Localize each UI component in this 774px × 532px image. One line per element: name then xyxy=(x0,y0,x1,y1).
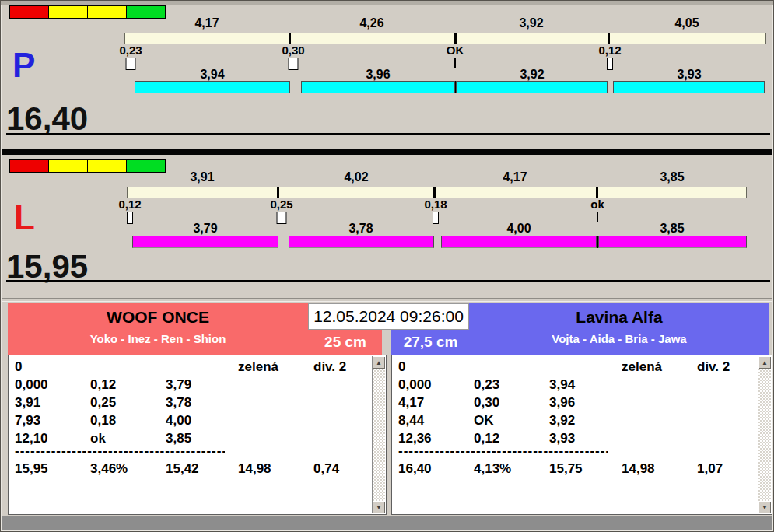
results-scrollbar[interactable]: ▲▼ xyxy=(372,356,385,513)
split-bar-divider xyxy=(596,187,598,198)
result-cell: 0 xyxy=(15,360,22,373)
result-cell: ok xyxy=(90,432,106,445)
scroll-down-icon[interactable]: ▼ xyxy=(758,501,771,513)
result-cell: 0,25 xyxy=(90,396,116,409)
crossing-time-label: 0,18 xyxy=(424,198,447,210)
team-right-results-list[interactable]: 0zelenádiv. 20,0000,233,944,170,303,968,… xyxy=(391,355,772,515)
total-cell: 0,74 xyxy=(313,462,339,475)
team-left-jump-height: 25 cm xyxy=(309,334,382,351)
lane-left-total-time: 15,95 xyxy=(6,250,88,283)
total-cell: 14,98 xyxy=(622,462,655,475)
result-cell: 0,18 xyxy=(90,414,116,427)
crossing-indicator-box xyxy=(277,212,287,224)
race-datetime: 12.05.2024 09:26:00 xyxy=(308,303,469,330)
status-strip-segment xyxy=(127,160,165,172)
split-time-label: 3,91 xyxy=(190,171,214,183)
run-bar-segment xyxy=(598,236,747,248)
result-cell: 3,85 xyxy=(166,432,191,445)
team-right-name: Lavina Alfa xyxy=(469,308,769,327)
total-cell: 15,42 xyxy=(166,462,199,475)
status-strip-segment xyxy=(88,160,126,172)
result-cell: div. 2 xyxy=(313,360,346,373)
scroll-up-icon[interactable]: ▲ xyxy=(373,356,385,369)
run-time-label: 3,78 xyxy=(348,222,373,234)
split-bar-divider xyxy=(277,187,279,198)
split-time-label: 4,02 xyxy=(344,171,368,183)
result-cell: 0,12 xyxy=(474,432,499,445)
run-bar-segment xyxy=(289,236,434,248)
result-cell: 8,44 xyxy=(398,414,424,427)
total-cell: 14,98 xyxy=(238,462,271,475)
result-cell: 0 xyxy=(398,360,405,373)
crossing-ok-tick xyxy=(597,212,598,222)
result-cell: 3,78 xyxy=(166,396,191,409)
split-time-label: 3,85 xyxy=(660,171,684,183)
scroll-down-icon[interactable]: ▼ xyxy=(373,501,385,513)
total-cell: 15,75 xyxy=(549,462,583,475)
result-cell: 12,36 xyxy=(398,432,432,445)
result-cell: 4,00 xyxy=(166,414,191,427)
result-cell: 3,91 xyxy=(15,396,40,409)
result-cell: zelená xyxy=(238,360,278,373)
totals-separator: ----------------------------------------… xyxy=(15,444,225,457)
result-cell: 0,30 xyxy=(474,396,499,409)
result-cell: div. 2 xyxy=(697,360,730,373)
result-cell: 3,92 xyxy=(549,414,575,427)
team-right-jump-height: 27,5 cm xyxy=(393,334,468,351)
result-cell: 4,17 xyxy=(398,396,424,409)
lane-left-underline xyxy=(6,280,770,282)
crossing-indicator-box xyxy=(433,212,439,224)
result-cell: 0,000 xyxy=(15,378,48,391)
status-strip-segment xyxy=(49,160,87,172)
result-cell: 3,93 xyxy=(549,432,575,445)
result-cell: 7,93 xyxy=(15,414,40,427)
crossing-time-label: 0,12 xyxy=(118,198,141,210)
status-strip-segment xyxy=(10,160,48,172)
scroll-up-icon[interactable]: ▲ xyxy=(758,356,771,369)
crossing-time-label: ok xyxy=(590,198,604,210)
team-left-name: WOOF ONCE xyxy=(8,308,308,327)
team-left-members: Yoko - Inez - Ren - Shion xyxy=(8,332,308,345)
result-cell: 0,000 xyxy=(398,378,432,391)
team-left-results-list[interactable]: 0zelenádiv. 20,0000,123,793,910,253,787,… xyxy=(8,355,387,515)
totals-separator: ----------------------------------------… xyxy=(398,444,608,457)
run-time-label: 3,85 xyxy=(660,222,684,234)
total-cell: 4,13% xyxy=(474,462,511,475)
result-cell: 0,12 xyxy=(90,378,116,391)
result-cell: 3,96 xyxy=(549,396,575,409)
flyball-timing-window: P 16,40 4,170,233,944,260,303,963,92OK3,… xyxy=(0,0,774,532)
crossing-indicator-box xyxy=(127,212,133,224)
total-cell: 3,46% xyxy=(90,462,128,475)
split-time-label: 4,17 xyxy=(503,171,527,183)
run-time-label: 4,00 xyxy=(506,222,531,234)
lane-left-letter: L xyxy=(14,201,35,235)
result-cell: 0,23 xyxy=(474,378,499,391)
total-cell: 16,40 xyxy=(398,462,432,475)
split-bar xyxy=(127,187,747,198)
run-bar-segment xyxy=(132,236,278,248)
section-groove xyxy=(2,298,772,302)
team-right-members: Vojta - Aida - Bria - Jawa xyxy=(469,332,769,345)
result-cell: zelená xyxy=(622,360,662,373)
result-cell: 3,94 xyxy=(549,378,575,391)
total-cell: 1,07 xyxy=(697,462,723,475)
run-time-label: 3,79 xyxy=(193,222,217,234)
result-cell: OK xyxy=(474,414,494,427)
result-cell: 12,10 xyxy=(15,432,48,445)
result-cell: 3,79 xyxy=(166,378,191,391)
crossing-time-label: 0,25 xyxy=(270,198,292,210)
results-scrollbar[interactable]: ▲▼ xyxy=(758,356,771,513)
run-bar-segment xyxy=(441,236,597,248)
total-cell: 15,95 xyxy=(15,462,48,475)
split-bar-divider xyxy=(433,187,436,198)
status-strip xyxy=(9,159,166,173)
bottom-status-band xyxy=(2,516,772,530)
